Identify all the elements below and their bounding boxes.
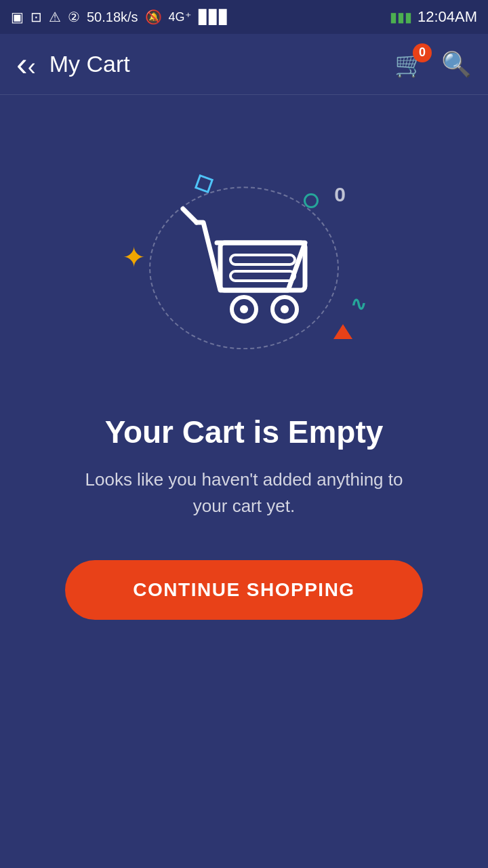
record-icon: ⊡	[30, 9, 42, 25]
cart-badge: 0	[413, 43, 432, 62]
main-content: 0 ✦ ∿ Your	[0, 95, 488, 660]
cart-illustration: 0 ✦ ∿	[115, 163, 373, 380]
empty-cart-title: Your Cart is Empty	[105, 414, 384, 450]
svg-point-6	[281, 305, 289, 313]
svg-rect-1	[230, 255, 295, 264]
signal-bars-icon: ▊▊▊	[199, 9, 229, 25]
empty-cart-image	[163, 195, 325, 347]
notification-bell-icon: 🔕	[145, 9, 162, 25]
cart-button[interactable]: 🛒 0	[394, 50, 425, 79]
status-bar: ▣ ⊡ ⚠ ② 50.18k/s 🔕 4G⁺ ▊▊▊ ▮▮▮ 12:04AM	[0, 0, 488, 34]
notification-count: ②	[68, 9, 80, 25]
deco-check-green: ∿	[350, 293, 366, 315]
continue-shopping-button[interactable]: CONTINUE SHOPPING	[65, 560, 422, 620]
battery-icon: ▮▮▮	[390, 9, 412, 25]
status-bar-left: ▣ ⊡ ⚠ ② 50.18k/s 🔕 4G⁺ ▊▊▊	[11, 9, 229, 25]
sim-icon: ▣	[11, 9, 24, 25]
page-title: My Cart	[49, 51, 394, 77]
deco-square	[195, 174, 214, 193]
network-type-icon: 4G⁺	[169, 9, 192, 24]
back-button[interactable]: ‹	[16, 47, 36, 81]
warning-icon: ⚠	[49, 9, 61, 25]
deco-triangle	[333, 324, 352, 339]
deco-zero: 0	[334, 183, 346, 206]
status-time: 12:04AM	[418, 8, 477, 26]
svg-rect-2	[230, 271, 295, 281]
search-button[interactable]: 🔍	[441, 50, 472, 79]
nav-icons: 🛒 0 🔍	[394, 50, 472, 79]
network-speed: 50.18k/s	[87, 9, 138, 25]
deco-star: ✦	[122, 241, 146, 274]
status-bar-right: ▮▮▮ 12:04AM	[390, 8, 477, 26]
empty-cart-subtitle: Looks like you haven't added anything to…	[75, 467, 413, 519]
svg-point-4	[240, 305, 248, 313]
nav-bar: ‹ My Cart 🛒 0 🔍	[0, 34, 488, 95]
